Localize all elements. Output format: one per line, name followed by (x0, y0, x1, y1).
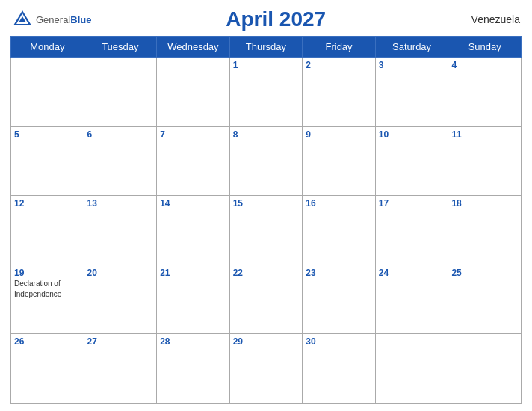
day-cell-0-3: 1 (229, 58, 303, 127)
day-cell-0-4: 2 (303, 58, 376, 127)
day-cell-0-0 (11, 58, 84, 127)
day-number: 18 (451, 198, 518, 208)
day-number: 5 (14, 129, 81, 140)
country-label: Venezuela (460, 13, 520, 25)
day-number: 24 (379, 268, 445, 278)
day-number: 2 (306, 60, 372, 70)
logo-text: GeneralBlue (36, 13, 91, 26)
day-cell-3-4: 23 (303, 265, 376, 334)
day-cell-1-6: 11 (448, 126, 522, 196)
day-cell-2-4: 16 (303, 196, 376, 265)
day-cell-4-4: 30 (303, 334, 376, 404)
day-cell-2-2: 14 (157, 196, 230, 265)
logo-general-text: General (36, 14, 70, 25)
day-cell-1-0: 5 (11, 126, 84, 196)
day-number: 1 (233, 60, 300, 70)
day-cell-0-6: 4 (448, 58, 522, 127)
day-number: 11 (451, 129, 518, 140)
day-cell-4-0: 26 (11, 334, 84, 404)
day-number: 3 (379, 60, 445, 70)
day-cell-4-5 (375, 334, 448, 404)
day-number: 21 (160, 268, 226, 278)
day-cell-0-2 (157, 58, 230, 127)
day-number: 25 (451, 268, 518, 278)
day-cell-3-3: 22 (229, 265, 303, 334)
day-cell-1-1: 6 (84, 126, 157, 196)
col-saturday: Saturday (375, 37, 448, 58)
day-number: 26 (14, 336, 81, 347)
day-cell-0-5: 3 (375, 58, 448, 127)
generalblue-icon (12, 9, 33, 30)
day-cell-2-5: 17 (375, 196, 448, 265)
week-row-2: 567891011 (11, 126, 522, 196)
day-cell-4-2: 28 (157, 334, 230, 404)
day-number: 8 (233, 129, 300, 140)
logo-blue-text: Blue (70, 14, 91, 25)
day-number: 19 (14, 268, 81, 278)
day-cell-2-6: 18 (448, 196, 522, 265)
day-cell-1-5: 10 (375, 126, 448, 196)
day-cell-3-0: 19Declaration of Independence (11, 265, 84, 334)
day-cell-3-6: 25 (448, 265, 522, 334)
day-number: 16 (306, 198, 372, 208)
col-tuesday: Tuesday (84, 37, 157, 58)
page-title: April 2027 (91, 7, 460, 31)
header: GeneralBlue April 2027 Venezuela (10, 7, 522, 31)
day-cell-3-1: 20 (84, 265, 157, 334)
day-cell-0-1 (84, 58, 157, 127)
col-thursday: Thursday (229, 37, 303, 58)
day-number: 20 (87, 268, 154, 278)
col-sunday: Sunday (448, 37, 522, 58)
day-number: 10 (379, 129, 445, 140)
day-number: 13 (87, 198, 154, 208)
week-row-3: 12131415161718 (11, 196, 522, 265)
day-number: 7 (160, 129, 226, 140)
day-cell-1-4: 9 (303, 126, 376, 196)
day-number: 9 (306, 129, 372, 140)
day-number: 22 (233, 268, 300, 278)
day-number: 15 (233, 198, 300, 208)
calendar-table: Monday Tuesday Wednesday Thursday Friday… (10, 36, 522, 404)
day-number: 12 (14, 198, 81, 208)
day-number: 27 (87, 336, 154, 347)
day-number: 17 (379, 198, 445, 208)
weekday-header-row: Monday Tuesday Wednesday Thursday Friday… (11, 37, 522, 58)
day-number: 30 (306, 336, 372, 347)
week-row-1: 1234 (11, 58, 522, 127)
day-cell-4-3: 29 (229, 334, 303, 404)
day-number: 14 (160, 198, 226, 208)
day-cell-3-5: 24 (375, 265, 448, 334)
week-row-4: 19Declaration of Independence20212223242… (11, 265, 522, 334)
day-cell-1-2: 7 (157, 126, 230, 196)
day-number: 23 (306, 268, 372, 278)
page: GeneralBlue April 2027 Venezuela Monday … (0, 0, 532, 411)
col-monday: Monday (11, 37, 84, 58)
day-cell-2-0: 12 (11, 196, 84, 265)
day-number: 29 (233, 336, 300, 347)
day-cell-4-1: 27 (84, 334, 157, 404)
day-number: 6 (87, 129, 154, 140)
day-cell-3-2: 21 (157, 265, 230, 334)
day-number: 28 (160, 336, 226, 347)
col-friday: Friday (303, 37, 376, 58)
week-row-5: 2627282930 (11, 334, 522, 404)
day-cell-1-3: 8 (229, 126, 303, 196)
day-cell-2-1: 13 (84, 196, 157, 265)
event-label: Declaration of Independence (14, 279, 61, 298)
col-wednesday: Wednesday (157, 37, 230, 58)
day-cell-2-3: 15 (229, 196, 303, 265)
logo: GeneralBlue (12, 9, 91, 30)
day-cell-4-6 (448, 334, 522, 404)
day-number: 4 (451, 60, 518, 70)
